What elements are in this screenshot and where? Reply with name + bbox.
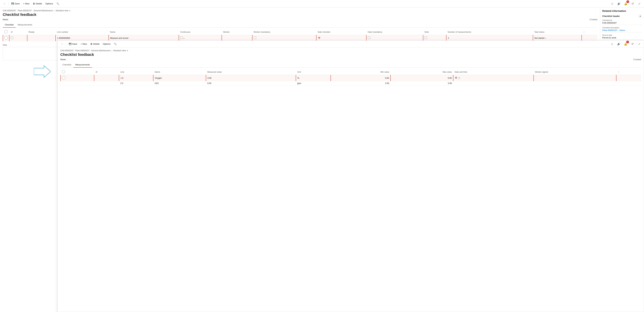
worker-mandatory-checkbox[interactable] — [254, 37, 256, 39]
row-task-status: Not started ∨ — [533, 35, 582, 41]
m-row1-line: 1.0 — [119, 75, 153, 81]
row-checkbox[interactable] — [11, 37, 13, 39]
task-status-dropdown[interactable]: ∨ — [545, 37, 546, 39]
m-row1-worker-signed — [534, 75, 616, 81]
overlay-view-selector[interactable]: Standard view ∨ — [113, 49, 128, 52]
page-title: Checklist feedback — [3, 12, 597, 17]
delete-icon: 🗑 — [33, 2, 35, 5]
back-button[interactable]: ← — [2, 2, 7, 6]
col-worker: Worker — [222, 29, 252, 35]
collapse-button[interactable]: ∧ — [638, 14, 642, 18]
m-col-select — [60, 69, 94, 75]
row-continuous: ∨ — [179, 35, 222, 41]
row-date-mandatory — [366, 35, 423, 41]
refresh-button[interactable]: ↺ — [630, 1, 635, 6]
arrow-svg — [34, 65, 51, 78]
overlay-save-label: Save — [72, 43, 77, 45]
checklist-desc-value[interactable]: Ptwk-00000107 - Gene... — [602, 29, 642, 32]
row-note — [423, 35, 446, 41]
col-continuous: Continuous — [179, 29, 222, 35]
breadcrumb: Chlt-00000297 : Ptwk-00000107 - General … — [3, 9, 597, 12]
overlay-notification-badge: 7 — [626, 41, 629, 43]
checklist-id-group: Checklist ID Chlt-00000297 — [602, 19, 642, 25]
new-button[interactable]: + New — [22, 2, 31, 5]
m-row1-unit: % — [296, 75, 331, 81]
save-button[interactable]: 💾 Save — [10, 2, 21, 5]
table-row[interactable]: 1.0000000000 Measure and record ∨ 📅 — [3, 35, 597, 41]
delete-label: Delete — [36, 2, 42, 5]
speaker-icon-button[interactable]: 🔊 — [616, 1, 622, 6]
row-more-options — [582, 35, 597, 41]
notification-badge: 7 — [626, 0, 629, 3]
overlay-save-button[interactable]: 💾 Save — [68, 42, 78, 46]
m-row1-datetime: 📅 🕐 — [453, 75, 534, 81]
col-refresh: ↺ — [9, 29, 27, 35]
overlay-delete-icon: 🗑 — [90, 43, 92, 45]
view-selector[interactable]: Standard view ∨ — [56, 9, 71, 12]
m-row1-max: 0.00 — [390, 75, 453, 81]
m-row2-name: H2S — [153, 81, 206, 86]
m-row2-max: 0.00 — [390, 81, 453, 86]
search-button[interactable]: 🔍 — [55, 2, 60, 5]
m-row1-calendar-icon[interactable]: 📅 — [455, 77, 457, 79]
table-refresh-icon[interactable]: ↺ — [11, 31, 13, 33]
m-col-more: ⋮ — [616, 69, 641, 75]
overlay-expand-button[interactable]: ⤢ — [636, 41, 642, 47]
overlay-delete-label: Delete — [93, 43, 100, 45]
row-line-number: 1.0000000000 — [56, 35, 109, 41]
overlay-options-button[interactable]: Options — [102, 42, 112, 46]
overlay-toolbar-right: ◇ 🔊 🔔 7 ↺ ⤢ — [609, 41, 642, 47]
row-num-measurements: 2 — [446, 35, 533, 41]
m-refresh-icon[interactable]: ↺ — [96, 71, 98, 73]
m-col-max-value: Max value — [390, 69, 453, 75]
tab-checklist[interactable]: Checklist — [3, 22, 16, 28]
m-row2-select — [60, 81, 94, 86]
m-col-name: Name — [153, 69, 206, 75]
tab-measurements[interactable]: Measurements — [16, 22, 34, 28]
note-checkbox[interactable] — [425, 37, 427, 39]
m-col-date-time: Date and time — [453, 69, 534, 75]
m-row1-circle[interactable] — [62, 76, 66, 79]
overlay-new-button[interactable]: + New — [79, 42, 88, 46]
overlay-save-icon: 💾 — [69, 43, 72, 45]
date-mandatory-checkbox[interactable] — [368, 37, 370, 39]
overlay-search-button[interactable]: 🔍 — [112, 42, 118, 46]
overlay-view-chevron: ∨ — [127, 49, 128, 52]
overlay-tabs: Checklist Measurements — [60, 62, 641, 68]
overlay-diamond-button[interactable]: ◇ — [609, 41, 615, 47]
delete-button[interactable]: 🗑 Delete — [32, 2, 44, 5]
measurements-header-row: ↺ Line Name Measured value Unit Min valu… — [60, 69, 641, 75]
overlay-back-button[interactable]: ← — [60, 42, 64, 46]
overlay-speaker-button[interactable]: 🔊 — [616, 41, 622, 47]
row-ready-cell — [27, 35, 56, 41]
overlay-status-label: None: — [60, 58, 66, 61]
continuous-dropdown[interactable]: ∨ — [183, 37, 184, 39]
overlay-delete-button[interactable]: 🗑 Delete — [89, 42, 101, 46]
date-checked-icon[interactable]: 📅 — [318, 37, 320, 39]
overlay-created-label: Created — [633, 58, 641, 61]
row-circle[interactable] — [4, 36, 8, 39]
m-select-all[interactable] — [62, 70, 65, 73]
save-label: Save — [15, 2, 20, 5]
overlay-tab-checklist[interactable]: Checklist — [60, 62, 73, 68]
overlay-tab-measurements[interactable]: Measurements — [73, 62, 92, 68]
m-row2-more — [616, 81, 641, 86]
overlay-options-label: Options — [103, 43, 110, 45]
expand-button[interactable]: ⤢ — [636, 1, 642, 6]
toolbar-right: ◇ 🔊 🔔 7 ↺ ⤢ — [610, 1, 642, 6]
measurements-row-2[interactable]: 2.0 H2S 0.00 ppm 0.00 0.00 — [60, 81, 641, 86]
options-button[interactable]: Options — [44, 2, 54, 5]
overlay-page-title: Checklist feedback — [60, 52, 641, 57]
overlay-refresh-button[interactable]: ↺ — [630, 41, 635, 47]
col-date-mandatory: Date mandatory — [366, 29, 423, 35]
measurements-row-1[interactable]: 1.0 Oxygen 0.00 % 0.00 0.00 📅 🕐 — [60, 75, 641, 81]
overlay-breadcrumb: Chlt-00000297 : Ptwk-00000107 - General … — [60, 49, 641, 52]
m-row2-datetime — [453, 81, 534, 86]
diamond-icon-button[interactable]: ◇ — [610, 1, 615, 6]
overlay-breadcrumb-text: Chlt-00000297 : Ptwk-00000107 - General … — [60, 49, 111, 52]
overlay-back-icon: ← — [61, 43, 63, 45]
continuous-checkbox[interactable] — [180, 37, 183, 39]
back-icon: ← — [4, 2, 6, 5]
m-row1-clock-icon[interactable]: 🕐 — [458, 77, 460, 79]
select-all-circle[interactable] — [4, 30, 8, 33]
